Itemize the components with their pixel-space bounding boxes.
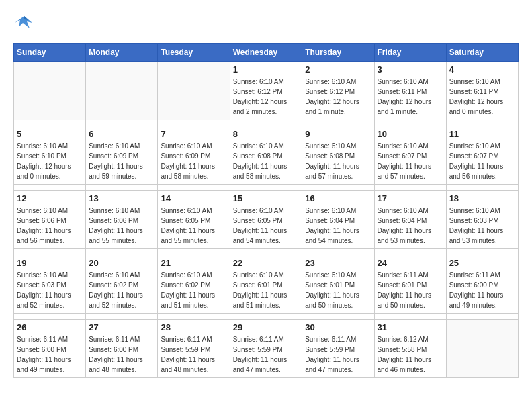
day-info: Sunrise: 6:10 AMSunset: 6:07 PMDaylight:… <box>378 141 443 181</box>
day-info: Sunrise: 6:10 AMSunset: 6:05 PMDaylight:… <box>233 205 300 246</box>
calendar-cell: 18Sunrise: 6:10 AMSunset: 6:03 PMDayligh… <box>446 191 518 249</box>
day-info: Sunrise: 6:10 AMSunset: 6:08 PMDaylight:… <box>233 141 300 181</box>
calendar-table: SundayMondayTuesdayWednesdayThursdayFrid… <box>13 43 519 378</box>
calendar-cell: 31Sunrise: 6:12 AMSunset: 5:58 PMDayligh… <box>374 320 446 378</box>
day-info: Sunrise: 6:10 AMSunset: 6:01 PMDaylight:… <box>233 270 300 310</box>
day-number: 8 <box>233 129 300 139</box>
weekday-header-row: SundayMondayTuesdayWednesdayThursdayFrid… <box>14 44 519 62</box>
day-number: 17 <box>378 193 443 203</box>
calendar-cell: 30Sunrise: 6:11 AMSunset: 5:59 PMDayligh… <box>302 320 374 378</box>
calendar-cell: 10Sunrise: 6:10 AMSunset: 6:07 PMDayligh… <box>374 126 446 185</box>
day-info: Sunrise: 6:10 AMSunset: 6:06 PMDaylight:… <box>89 205 154 246</box>
calendar-cell <box>14 62 86 120</box>
day-number: 13 <box>89 193 154 203</box>
day-number: 20 <box>89 258 154 268</box>
calendar-cell: 20Sunrise: 6:10 AMSunset: 6:02 PMDayligh… <box>86 255 158 314</box>
day-number: 27 <box>89 322 154 332</box>
week-row-2: 5Sunrise: 6:10 AMSunset: 6:10 PMDaylight… <box>14 126 519 185</box>
calendar-cell: 28Sunrise: 6:11 AMSunset: 5:59 PMDayligh… <box>158 320 230 378</box>
calendar-cell: 15Sunrise: 6:10 AMSunset: 6:05 PMDayligh… <box>230 191 302 249</box>
day-number: 30 <box>305 322 371 332</box>
weekday-header-friday: Friday <box>374 44 446 62</box>
day-number: 24 <box>378 258 443 268</box>
weekday-header-saturday: Saturday <box>446 44 518 62</box>
day-info: Sunrise: 6:11 AMSunset: 5:59 PMDaylight:… <box>233 334 300 375</box>
week-separator <box>14 185 519 191</box>
day-number: 29 <box>233 322 300 332</box>
calendar-cell: 9Sunrise: 6:10 AMSunset: 6:08 PMDaylight… <box>302 126 374 185</box>
week-row-3: 12Sunrise: 6:10 AMSunset: 6:06 PMDayligh… <box>14 191 519 249</box>
calendar-cell: 11Sunrise: 6:10 AMSunset: 6:07 PMDayligh… <box>446 126 518 185</box>
calendar-cell: 27Sunrise: 6:11 AMSunset: 6:00 PMDayligh… <box>86 320 158 378</box>
day-info: Sunrise: 6:10 AMSunset: 6:11 PMDaylight:… <box>449 77 515 117</box>
day-number: 18 <box>449 193 515 203</box>
calendar-cell: 25Sunrise: 6:11 AMSunset: 6:00 PMDayligh… <box>446 255 518 314</box>
day-info: Sunrise: 6:10 AMSunset: 6:12 PMDaylight:… <box>305 77 371 117</box>
day-number: 14 <box>161 193 226 203</box>
weekday-header-monday: Monday <box>86 44 158 62</box>
day-number: 11 <box>449 129 515 139</box>
day-number: 22 <box>233 258 300 268</box>
day-info: Sunrise: 6:10 AMSunset: 6:04 PMDaylight:… <box>305 205 371 246</box>
day-number: 23 <box>305 258 371 268</box>
week-separator <box>14 120 519 126</box>
week-row-5: 26Sunrise: 6:11 AMSunset: 6:00 PMDayligh… <box>14 320 519 378</box>
day-info: Sunrise: 6:10 AMSunset: 6:03 PMDaylight:… <box>17 270 83 310</box>
day-number: 31 <box>378 322 443 332</box>
day-info: Sunrise: 6:10 AMSunset: 6:07 PMDaylight:… <box>449 141 515 181</box>
day-number: 16 <box>305 193 371 203</box>
calendar-cell: 16Sunrise: 6:10 AMSunset: 6:04 PMDayligh… <box>302 191 374 249</box>
day-info: Sunrise: 6:11 AMSunset: 6:00 PMDaylight:… <box>17 334 83 375</box>
calendar-cell <box>446 320 518 378</box>
logo-icon <box>13 13 35 32</box>
day-info: Sunrise: 6:10 AMSunset: 6:11 PMDaylight:… <box>378 77 443 117</box>
day-number: 19 <box>17 258 83 268</box>
day-info: Sunrise: 6:11 AMSunset: 6:01 PMDaylight:… <box>378 270 443 310</box>
calendar-cell: 6Sunrise: 6:10 AMSunset: 6:09 PMDaylight… <box>86 126 158 185</box>
day-info: Sunrise: 6:12 AMSunset: 5:58 PMDaylight:… <box>378 334 443 375</box>
weekday-header-tuesday: Tuesday <box>158 44 230 62</box>
calendar-cell: 26Sunrise: 6:11 AMSunset: 6:00 PMDayligh… <box>14 320 86 378</box>
day-info: Sunrise: 6:11 AMSunset: 5:59 PMDaylight:… <box>161 334 226 375</box>
day-info: Sunrise: 6:11 AMSunset: 6:00 PMDaylight:… <box>89 334 154 375</box>
day-info: Sunrise: 6:10 AMSunset: 6:02 PMDaylight:… <box>89 270 154 310</box>
calendar-cell: 19Sunrise: 6:10 AMSunset: 6:03 PMDayligh… <box>14 255 86 314</box>
week-row-1: 1Sunrise: 6:10 AMSunset: 6:12 PMDaylight… <box>14 62 519 120</box>
svg-marker-0 <box>15 16 32 28</box>
day-info: Sunrise: 6:11 AMSunset: 5:59 PMDaylight:… <box>305 334 371 375</box>
day-info: Sunrise: 6:11 AMSunset: 6:00 PMDaylight:… <box>449 270 515 310</box>
calendar-cell: 13Sunrise: 6:10 AMSunset: 6:06 PMDayligh… <box>86 191 158 249</box>
calendar-cell: 21Sunrise: 6:10 AMSunset: 6:02 PMDayligh… <box>158 255 230 314</box>
day-info: Sunrise: 6:10 AMSunset: 6:10 PMDaylight:… <box>17 141 83 181</box>
day-info: Sunrise: 6:10 AMSunset: 6:01 PMDaylight:… <box>305 270 371 310</box>
week-separator <box>14 314 519 320</box>
weekday-header-thursday: Thursday <box>302 44 374 62</box>
day-info: Sunrise: 6:10 AMSunset: 6:06 PMDaylight:… <box>17 205 83 246</box>
calendar-cell: 23Sunrise: 6:10 AMSunset: 6:01 PMDayligh… <box>302 255 374 314</box>
day-info: Sunrise: 6:10 AMSunset: 6:03 PMDaylight:… <box>449 205 515 246</box>
day-number: 12 <box>17 193 83 203</box>
weekday-header-sunday: Sunday <box>14 44 86 62</box>
day-number: 21 <box>161 258 226 268</box>
calendar-cell: 22Sunrise: 6:10 AMSunset: 6:01 PMDayligh… <box>230 255 302 314</box>
day-number: 28 <box>161 322 226 332</box>
day-number: 2 <box>305 64 371 75</box>
logo <box>13 13 38 32</box>
day-info: Sunrise: 6:10 AMSunset: 6:08 PMDaylight:… <box>305 141 371 181</box>
day-info: Sunrise: 6:10 AMSunset: 6:02 PMDaylight:… <box>161 270 226 310</box>
calendar-cell: 7Sunrise: 6:10 AMSunset: 6:09 PMDaylight… <box>158 126 230 185</box>
day-number: 5 <box>17 129 83 139</box>
day-info: Sunrise: 6:10 AMSunset: 6:09 PMDaylight:… <box>89 141 154 181</box>
page-header <box>13 13 519 32</box>
calendar-cell: 17Sunrise: 6:10 AMSunset: 6:04 PMDayligh… <box>374 191 446 249</box>
weekday-header-wednesday: Wednesday <box>230 44 302 62</box>
calendar-cell: 12Sunrise: 6:10 AMSunset: 6:06 PMDayligh… <box>14 191 86 249</box>
calendar-cell: 4Sunrise: 6:10 AMSunset: 6:11 PMDaylight… <box>446 62 518 120</box>
calendar-cell: 1Sunrise: 6:10 AMSunset: 6:12 PMDaylight… <box>230 62 302 120</box>
day-number: 9 <box>305 129 371 139</box>
day-number: 3 <box>378 64 443 75</box>
day-number: 6 <box>89 129 154 139</box>
day-number: 1 <box>233 64 300 75</box>
calendar-cell: 24Sunrise: 6:11 AMSunset: 6:01 PMDayligh… <box>374 255 446 314</box>
day-number: 10 <box>378 129 443 139</box>
